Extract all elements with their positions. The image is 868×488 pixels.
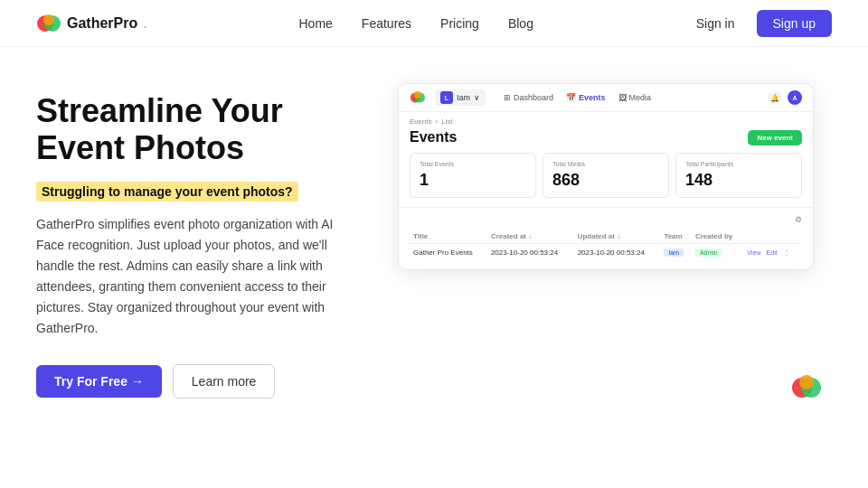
- more-action[interactable]: ⋮: [783, 249, 790, 257]
- mock-filter-row: ⚙: [410, 215, 802, 224]
- row-title: Gather Pro Events: [410, 244, 487, 262]
- created-by-tag: Admin: [695, 249, 722, 257]
- mock-topbar: L Iam ∨ ⊞ Dashboard 📅 Events 🖼 Me: [399, 84, 813, 112]
- mock-page-title: Events: [410, 129, 457, 145]
- row-team: Iam: [660, 244, 692, 262]
- mock-stat-value-media: 868: [552, 171, 659, 190]
- nav-pricing[interactable]: Pricing: [440, 16, 479, 31]
- table-header-row: Title Created at ↓ Updated at ↓ Team Cre…: [410, 230, 802, 244]
- mock-breadcrumb: Events › List: [399, 112, 813, 127]
- view-action[interactable]: View: [747, 249, 760, 256]
- media-icon: 🖼: [618, 93, 627, 102]
- mock-stat-value-events: 1: [420, 171, 526, 190]
- mock-filter-icon: ⚙: [795, 215, 802, 224]
- mock-profile-avatar: A: [788, 90, 802, 105]
- mock-nav-items: ⊞ Dashboard 📅 Events 🖼 Media: [504, 93, 759, 102]
- mock-user-avatar: L: [440, 91, 453, 104]
- col-created: Created at ↓: [487, 230, 574, 244]
- hero-buttons: Try For Free → Learn more: [36, 364, 362, 399]
- brand-name: GatherPro: [67, 15, 137, 32]
- nav-links: Home Features Pricing Blog: [298, 16, 533, 31]
- mock-table-area: ⚙ Title Created at ↓ Updated at ↓ Team C…: [399, 207, 813, 269]
- mock-stats-row: Total Events 1 Total Media 868 Total Par…: [399, 153, 813, 207]
- svg-point-8: [799, 375, 814, 389]
- breadcrumb-events: Events: [410, 117, 431, 126]
- bottom-gatherpro-logo: [790, 371, 823, 404]
- try-free-button[interactable]: Try For Free →: [36, 365, 162, 398]
- brand-dot: .: [143, 15, 146, 32]
- col-updated: Updated at ↓: [574, 230, 661, 244]
- row-created: 2023-10-20 00:53:24: [487, 244, 574, 262]
- mock-stat-value-participants: 148: [685, 171, 792, 190]
- hero-content: Streamline Your Event Photos Struggling …: [36, 83, 362, 399]
- signup-button[interactable]: Sign up: [757, 10, 832, 37]
- row-created-by: Admin: [692, 244, 743, 262]
- mock-user-chevron: ∨: [474, 93, 480, 102]
- breadcrumb-separator: ›: [435, 117, 438, 126]
- mock-nav-dashboard: ⊞ Dashboard: [504, 93, 553, 102]
- col-title: Title: [410, 230, 487, 244]
- dashboard-preview: L Iam ∨ ⊞ Dashboard 📅 Events 🖼 Me: [398, 83, 832, 399]
- hero-highlight: Struggling to manage your event photos?: [36, 182, 298, 202]
- col-actions: [743, 230, 802, 244]
- nav-features[interactable]: Features: [362, 16, 411, 31]
- mock-topbar-right: 🔔 A: [768, 90, 802, 105]
- hero-title: Streamline Your Event Photos: [36, 92, 362, 167]
- learn-more-button[interactable]: Learn more: [173, 364, 276, 399]
- edit-action[interactable]: Edit: [767, 249, 778, 256]
- nav-home[interactable]: Home: [298, 16, 332, 31]
- mock-stat-label-participants: Total Participants: [685, 161, 792, 167]
- mock-stat-label-media: Total Media: [552, 161, 659, 167]
- mock-nav-media: 🖼 Media: [618, 93, 652, 102]
- events-icon: 📅: [566, 93, 576, 102]
- team-tag: Iam: [664, 249, 684, 257]
- row-actions: View Edit ⋮: [743, 244, 802, 262]
- mock-events-table: Title Created at ↓ Updated at ↓ Team Cre…: [410, 230, 802, 262]
- mock-logo-icon: [410, 89, 426, 106]
- row-updated: 2023-10-20 00:53:24: [574, 244, 661, 262]
- table-row: Gather Pro Events 2023-10-20 00:53:24 20…: [410, 244, 802, 262]
- mock-user-chip: L Iam ∨: [435, 89, 486, 106]
- hero-description: GatherPro simplifies event photo organiz…: [36, 214, 362, 340]
- mock-stat-total-participants: Total Participants 148: [675, 153, 802, 198]
- breadcrumb-list: List: [441, 117, 452, 126]
- gatherpro-logo-icon: [36, 11, 61, 36]
- bottom-logo: [790, 371, 823, 408]
- nav-blog[interactable]: Blog: [508, 16, 533, 31]
- mock-new-event-button[interactable]: New event: [748, 130, 802, 145]
- mock-stat-total-media: Total Media 868: [542, 153, 669, 198]
- preview-fade-overlay: [398, 326, 832, 399]
- mock-bell-icon: 🔔: [768, 90, 782, 105]
- signin-button[interactable]: Sign in: [685, 11, 746, 36]
- mock-stat-label-events: Total Events: [420, 161, 526, 167]
- dashboard-icon: ⊞: [504, 93, 511, 102]
- dashboard-mockup: L Iam ∨ ⊞ Dashboard 📅 Events 🖼 Me: [398, 83, 814, 270]
- navbar: GatherPro . Home Features Pricing Blog S…: [0, 0, 868, 47]
- hero-section: Streamline Your Event Photos Struggling …: [0, 47, 868, 399]
- svg-point-2: [43, 14, 54, 25]
- brand-area: GatherPro .: [36, 11, 147, 36]
- svg-point-5: [414, 91, 421, 99]
- col-team: Team: [660, 230, 692, 244]
- mock-page-header: Events New event: [399, 127, 813, 153]
- col-created-by: Created by: [692, 230, 743, 244]
- mock-username: Iam: [457, 93, 470, 102]
- navbar-right: Sign in Sign up: [685, 10, 832, 37]
- mock-nav-events: 📅 Events: [566, 93, 606, 102]
- mock-stat-total-events: Total Events 1: [410, 153, 536, 198]
